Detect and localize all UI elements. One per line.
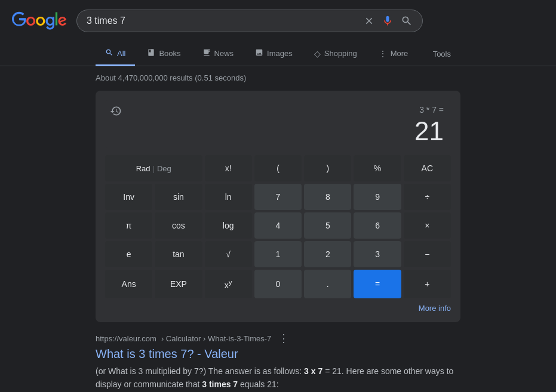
sin-button[interactable]: sin	[155, 184, 202, 210]
rad-label: Rad	[136, 164, 150, 173]
search-input[interactable]: 3 times 7	[87, 16, 357, 26]
nav-tabs: All Books News Images ◇ Shopping ⋮ More …	[0, 42, 556, 66]
ans-button[interactable]: Ans	[105, 270, 152, 298]
tab-shopping[interactable]: ◇ Shopping	[305, 43, 367, 66]
more-info-row: More info	[105, 303, 451, 313]
tab-more[interactable]: ⋮ More	[369, 43, 418, 66]
sqrt-button[interactable]: √	[205, 241, 252, 267]
calculator-widget: 3 * 7 = 21 Rad | Deg x! ( ) % AC Inv sin…	[96, 91, 460, 322]
news-icon	[202, 48, 211, 58]
e-button[interactable]: e	[105, 241, 152, 267]
tab-images[interactable]: Images	[245, 42, 302, 66]
tab-more-label: More	[391, 49, 408, 58]
tan-button[interactable]: tan	[155, 241, 202, 267]
search-icon	[105, 48, 113, 58]
tab-all-label: All	[117, 49, 125, 58]
cos-button[interactable]: cos	[155, 212, 202, 239]
books-icon	[147, 48, 155, 58]
ac-button[interactable]: AC	[404, 155, 451, 181]
add-button[interactable]: +	[404, 270, 451, 298]
calculator-display: 3 * 7 = 21	[105, 100, 451, 148]
power-button[interactable]: xy	[205, 270, 252, 298]
divide-button[interactable]: ÷	[404, 184, 451, 210]
tab-news-label: News	[214, 49, 234, 58]
exp-button[interactable]: EXP	[155, 270, 202, 298]
main-content: About 4,470,000,000 results (0.51 second…	[0, 66, 556, 392]
factorial-button[interactable]: x!	[205, 155, 252, 181]
zero-button[interactable]: 0	[254, 270, 302, 298]
eight-button[interactable]: 8	[304, 184, 351, 210]
six-button[interactable]: 6	[354, 212, 401, 239]
calculator-buttons: Rad | Deg x! ( ) % AC Inv sin ln 7 8 9 ÷…	[105, 155, 451, 298]
result-snippet: (or What is 3 multiplied by 7?) The answ…	[96, 365, 460, 391]
two-button[interactable]: 2	[304, 241, 351, 267]
inv-button[interactable]: Inv	[105, 184, 152, 210]
log-button[interactable]: log	[205, 212, 252, 239]
shopping-icon: ◇	[314, 49, 321, 58]
tab-books[interactable]: Books	[137, 42, 190, 66]
history-icon[interactable]	[110, 105, 122, 120]
search-result: https://valeur.com › Calculator › What-i…	[96, 332, 460, 391]
tab-books-label: Books	[159, 49, 180, 58]
tools-button[interactable]: Tools	[423, 44, 460, 64]
tab-news[interactable]: News	[193, 42, 244, 66]
search-button[interactable]	[401, 15, 413, 27]
equals-button[interactable]: =	[354, 270, 401, 298]
more-info-link[interactable]: More info	[419, 304, 451, 313]
subtract-button[interactable]: −	[404, 241, 451, 267]
tab-all[interactable]: All	[96, 42, 135, 66]
seven-button[interactable]: 7	[254, 184, 302, 210]
multiply-button[interactable]: ×	[404, 212, 451, 239]
nine-button[interactable]: 9	[354, 184, 401, 210]
left-paren-button[interactable]: (	[254, 155, 302, 181]
google-logo	[12, 10, 67, 32]
percent-button[interactable]: %	[354, 155, 401, 181]
one-button[interactable]: 1	[254, 241, 302, 267]
tab-images-label: Images	[267, 49, 293, 58]
right-paren-button[interactable]: )	[304, 155, 351, 181]
pi-button[interactable]: π	[105, 212, 152, 239]
result-breadcrumb: › Calculator › What-is-3-Times-7	[161, 334, 271, 343]
clear-search-button[interactable]	[364, 16, 374, 26]
calc-result: 21	[112, 117, 444, 146]
five-button[interactable]: 5	[304, 212, 351, 239]
three-button[interactable]: 3	[354, 241, 401, 267]
decimal-button[interactable]: .	[304, 270, 351, 298]
header: 3 times 7	[0, 0, 556, 42]
ln-button[interactable]: ln	[205, 184, 252, 210]
result-title[interactable]: What is 3 times 7? - Valeur	[96, 347, 460, 361]
result-menu-button[interactable]: ⋮	[276, 332, 291, 345]
tab-shopping-label: Shopping	[324, 49, 357, 58]
calc-equation: 3 * 7 =	[112, 105, 444, 115]
result-url: https://valeur.com	[96, 334, 156, 343]
voice-search-button[interactable]	[382, 15, 394, 27]
images-icon	[255, 48, 263, 58]
result-url-row: https://valeur.com › Calculator › What-i…	[96, 332, 460, 345]
deg-label: Deg	[157, 164, 171, 173]
rad-deg-button[interactable]: Rad | Deg	[105, 155, 202, 181]
results-count: About 4,470,000,000 results (0.51 second…	[96, 73, 460, 82]
search-bar[interactable]: 3 times 7	[76, 10, 423, 32]
more-dots-icon: ⋮	[379, 49, 387, 58]
four-button[interactable]: 4	[254, 212, 302, 239]
